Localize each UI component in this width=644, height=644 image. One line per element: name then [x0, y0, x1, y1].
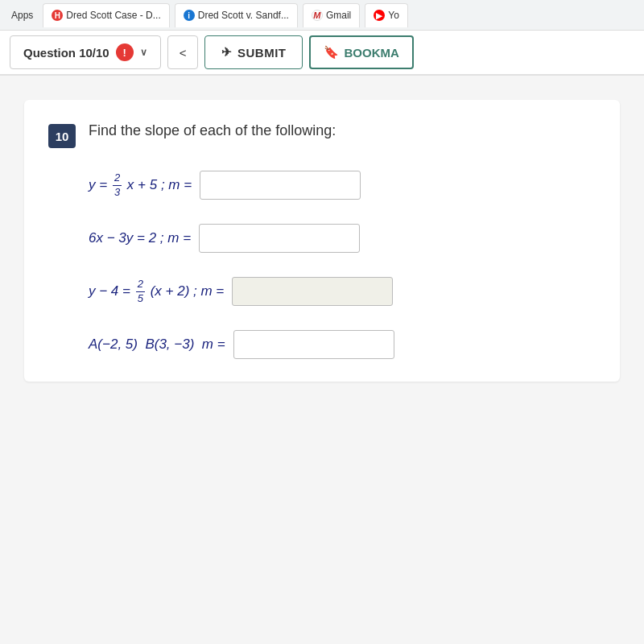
tab-gmail[interactable]: M Gmail	[303, 3, 360, 27]
tab-icon-gmail: M	[312, 10, 323, 21]
toolbar: Question 10/10 ! ∨ < ✈ SUBMIT 🔖 BOOKMA	[0, 31, 644, 76]
tab-dred1[interactable]: H Dred Scott Case - D...	[43, 3, 169, 27]
problem-row-2: 6x − 3y = 2 ; m =	[89, 224, 596, 253]
question-number-box: 10	[48, 124, 76, 148]
equation-3: y − 4 = 25 (x + 2) ; m =	[89, 278, 224, 306]
apps-tab[interactable]: Apps	[6, 10, 38, 21]
problem-row-3: y − 4 = 25 (x + 2) ; m =	[89, 277, 596, 306]
answer-input-1[interactable]	[200, 171, 361, 200]
chevron-down-icon[interactable]: ∨	[140, 47, 147, 58]
fraction-1: 23	[113, 171, 122, 200]
question-block: 10 Find the slope of each of the followi…	[24, 100, 620, 382]
alert-icon: !	[116, 43, 134, 61]
tab-dred2[interactable]: i Dred Scott v. Sandf...	[175, 3, 298, 27]
tab-label-dred2: Dred Scott v. Sandf...	[198, 10, 289, 21]
tab-icon-dred1: H	[52, 10, 63, 21]
equation-2: 6x − 3y = 2 ; m =	[89, 230, 191, 246]
answer-input-4[interactable]	[233, 330, 394, 359]
tab-icon-youtube: ▶	[374, 10, 385, 21]
answer-input-2[interactable]	[199, 224, 360, 253]
equation-4: A(−2, 5) B(3, −3) m =	[89, 336, 225, 353]
tab-label-dred1: Dred Scott Case - D...	[66, 10, 160, 21]
bookmark-button[interactable]: 🔖 BOOKMA	[309, 35, 413, 69]
browser-tab-bar: Apps H Dred Scott Case - D... i Dred Sco…	[0, 0, 644, 31]
problem-row-1: y = 23 x + 5 ; m =	[89, 171, 596, 200]
bookmark-label: BOOKMA	[344, 46, 398, 60]
tab-youtube[interactable]: ▶ Yo	[365, 3, 408, 27]
question-text: Find the slope of each of the following:	[89, 122, 336, 139]
submit-label: SUBMIT	[237, 46, 287, 60]
question-header: 10 Find the slope of each of the followi…	[48, 122, 596, 148]
submit-button[interactable]: ✈ SUBMIT	[204, 35, 303, 69]
submit-icon: ✈	[221, 45, 233, 60]
equation-1: y = 23 x + 5 ; m =	[89, 171, 192, 200]
tab-icon-dred2: i	[184, 10, 195, 21]
bookmark-icon: 🔖	[324, 45, 339, 60]
tab-label-gmail: Gmail	[326, 10, 351, 21]
question-counter-text: Question 10/10	[23, 46, 109, 60]
main-content: 10 Find the slope of each of the followi…	[0, 76, 644, 644]
question-counter: Question 10/10 ! ∨	[10, 35, 161, 69]
fraction-2: 25	[136, 278, 145, 306]
answer-input-3[interactable]	[232, 277, 393, 306]
back-button[interactable]: <	[167, 35, 199, 69]
tab-label-youtube: Yo	[388, 10, 399, 21]
problem-row-4: A(−2, 5) B(3, −3) m =	[89, 330, 596, 359]
